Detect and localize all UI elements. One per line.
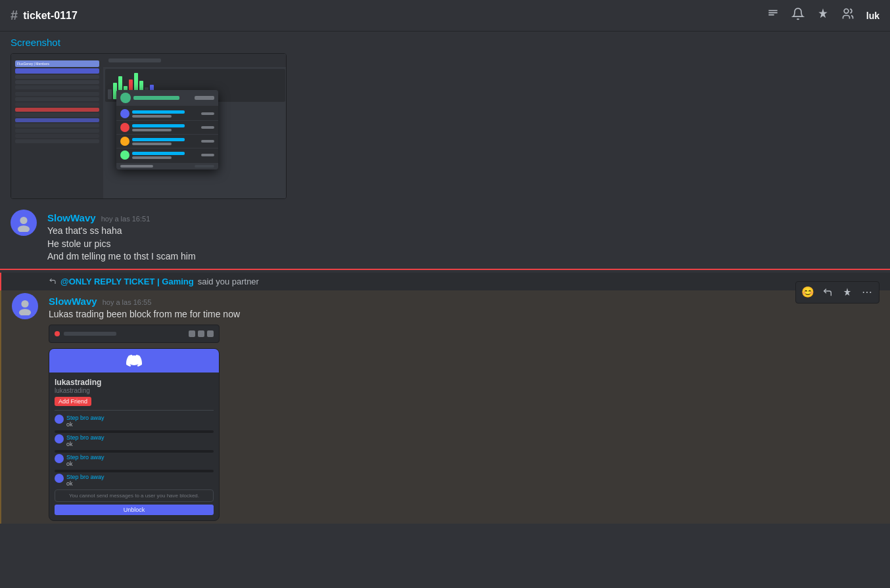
action-bar[interactable]: 😊 ⋯	[795, 281, 879, 304]
screenshot-icons	[189, 330, 214, 337]
unread-divider	[0, 269, 890, 270]
discord-logo-icon	[125, 351, 143, 370]
reply-button[interactable]	[818, 283, 837, 302]
message-slowwavy-2: 😊 ⋯ SlowWavy hoy a las 16:55	[0, 290, 890, 524]
reply-context-bar: @ONLY REPLY TICKET | Gaming said you par…	[0, 273, 890, 290]
emoji-react-button[interactable]: 😊	[799, 283, 817, 302]
timestamp-2: hoy a las 16:55	[103, 298, 152, 306]
lukas-embed-header	[49, 349, 219, 373]
timestamp-1: hoy a las 16:51	[101, 215, 151, 223]
lukas-text-1: ok	[66, 421, 214, 428]
lukas-date-divider-2	[55, 450, 214, 453]
lukas-avatar-4	[55, 474, 64, 483]
lukas-msg-row-3: Step bro away ok	[55, 454, 214, 467]
avatar-slowwavy-1	[11, 210, 37, 236]
screenshot-image-embed[interactable]: FluxGeney | Members	[11, 53, 287, 199]
lukas-date-divider-1	[55, 430, 214, 433]
svg-point-1	[20, 217, 27, 224]
message-slowwavy-1: SlowWavy hoy a las 16:51 Yea that's ss h…	[0, 207, 890, 266]
lukas-msg-row-4: Step bro away ok	[55, 474, 214, 487]
pin-message-button[interactable]	[838, 283, 856, 302]
lukas-sender-4: Step bro away	[66, 474, 214, 480]
message-screenshot: Screenshot FluxGeney | Members	[0, 32, 890, 202]
chat-area: Screenshot FluxGeney | Members	[0, 32, 890, 588]
username-display: luk	[866, 11, 879, 21]
bell-icon[interactable]	[791, 7, 805, 24]
lukas-blocked-notice: You cannot send messages to a user you h…	[55, 489, 214, 502]
members-icon[interactable]	[841, 7, 855, 24]
lukas-avatar-1	[55, 415, 64, 424]
pin-icon[interactable]	[816, 7, 830, 24]
lukas-msg-content-4: Step bro away ok	[66, 474, 214, 487]
hash-icon: #	[11, 8, 18, 23]
lukas-sender-1: Step bro away	[66, 415, 214, 421]
message-header-1: SlowWavy hoy a las 16:51	[47, 212, 879, 223]
channel-name: # ticket-0117	[11, 8, 78, 23]
threads-icon[interactable]	[766, 7, 780, 24]
lukas-username: lukastrading	[55, 378, 214, 387]
lukas-divider	[55, 410, 214, 411]
lukas-date-divider-3	[55, 470, 214, 472]
username-slowwavy-2: SlowWavy	[49, 296, 97, 307]
lukas-msg-content-2: Step bro away ok	[66, 434, 214, 447]
lukas-msg-content-3: Step bro away ok	[66, 454, 214, 467]
message-text-1c: And dm telling me to thst I scam him	[47, 250, 879, 263]
lukastrading-embed: lukastrading lukastrading Add Friend Ste…	[49, 348, 220, 521]
avatar-slowwavy-2	[12, 293, 38, 319]
screenshot-bar-1	[64, 332, 116, 336]
lukas-text-3: ok	[66, 461, 214, 467]
lukas-avatar-2	[55, 434, 64, 443]
message-text-1a: Yea that's ss haha	[47, 225, 879, 238]
top-bar: # ticket-0117 luk	[0, 0, 890, 32]
message-header-2: SlowWavy hoy a las 16:55	[49, 296, 879, 307]
lukas-msg-row-1: Step bro away ok	[55, 415, 214, 428]
lukas-add-friend-btn[interactable]: Add Friend	[55, 397, 91, 406]
channel-title: ticket-0117	[23, 10, 78, 22]
username-slowwavy: SlowWavy	[47, 212, 96, 223]
lukas-sender-2: Step bro away	[66, 434, 214, 441]
lukas-sub-label: lukastrading	[55, 387, 214, 394]
more-options-button[interactable]: ⋯	[858, 283, 876, 302]
small-dm-screenshot[interactable]	[49, 325, 220, 343]
lukas-embed-body: lukastrading lukastrading Add Friend Ste…	[49, 373, 219, 520]
lukas-unblock-button[interactable]: Unblock	[55, 505, 214, 515]
lukas-avatar-3	[55, 454, 64, 463]
svg-point-2	[18, 225, 30, 232]
lukas-text-2: ok	[66, 441, 214, 447]
svg-point-3	[21, 300, 28, 307]
svg-point-4	[19, 309, 31, 315]
lukas-text-4: ok	[66, 480, 214, 487]
top-bar-right: luk	[766, 7, 879, 24]
lukas-sender-3: Step bro away	[66, 454, 214, 461]
screenshot-label: Screenshot	[11, 37, 879, 48]
lukas-msg-content-1: Step bro away ok	[66, 415, 214, 428]
status-dot	[55, 331, 60, 336]
reply-said: said you partner	[198, 277, 259, 286]
svg-point-0	[844, 9, 849, 14]
message-text-2a: Lukas trading been block from me for tim…	[49, 308, 879, 321]
message-text-1b: He stole ur pics	[47, 238, 879, 251]
fake-screenshot: FluxGeney | Members	[11, 54, 287, 198]
lukas-msg-row-2: Step bro away ok	[55, 434, 214, 447]
reply-mention: @ONLY REPLY TICKET | Gaming	[60, 277, 194, 286]
